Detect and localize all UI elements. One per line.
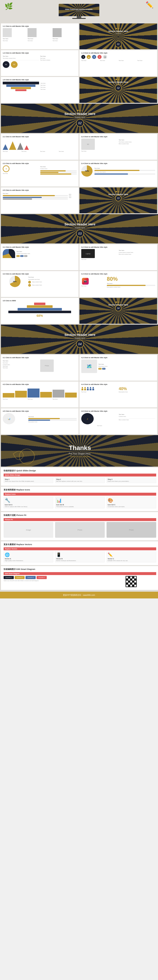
instagram-icon: 📷 [82, 278, 89, 285]
section-04-header: Section Header Here [64, 333, 95, 337]
slide-1-2: Section Header Here Text here 01 [79, 24, 157, 49]
icons-item-3: 🎨 Icon Set C Customize colors and styles… [106, 496, 156, 508]
slide-4-1: 4.1 Click to edit Master title style Tex… [1, 355, 79, 381]
picture-placeholder-1: Image [3, 522, 53, 538]
slide-row-33: 3.3 Click to edit Master title style 68%… [1, 271, 157, 297]
slide-row-25: 2.5 Click to edit Master title style Tex… [1, 188, 157, 213]
slide-4-4: 4.4 Click to edit Master title style Tex… [79, 382, 157, 407]
picture-fit-instruction: 快速图片适配 Picture Fit Picture Fit Image Pho… [1, 512, 158, 540]
thanks-tagline: Thanks for your attention [69, 456, 91, 458]
slide-row-35: 3.5 Click to 6690 68% Section Header H [1, 298, 157, 324]
slide-4-3: 4.3 Click to edit Master title style Tex… [1, 382, 79, 407]
picture-placeholder-2: Photo [55, 522, 105, 538]
slide-3-1: 3.1 Click to edit Master title style Tex… [1, 244, 79, 270]
slide-row-1: 1.1 Click to edit Master title style Tex… [1, 24, 157, 49]
thanks-title: Thanks [69, 444, 91, 452]
vectors-item-2: 📱 Vector B Device mockups and illustrati… [55, 551, 105, 562]
slide-2-2: 2.2 Click to edit Master title style 3D … [79, 134, 157, 160]
quick-slides-instruction: 快速排版设计 Quick Slides Design Quick Slides … [1, 468, 158, 486]
slide-row-31: 3.1 Click to edit Master title style Tex… [1, 244, 157, 270]
slides-container: 1.1 Click to edit Master title style Tex… [0, 22, 158, 592]
slide-2-3: 2.3 Click to edit Master title style ★ T… [1, 161, 79, 186]
slide-1-1: 1.1 Click to edit Master title style Tex… [1, 24, 79, 49]
thanks-content: Thanks Put Your Slogan Here. Thanks for … [69, 444, 91, 458]
slide-4-5: 4.5 Click to edit Master title style 📊 T… [1, 408, 79, 434]
slide-2-5: 2.5 Click to edit Master title style Tex… [1, 188, 79, 213]
section-03-full: Section Header Here Subtitle Here 03 [1, 214, 158, 243]
section-header-1: Section Header Here [81, 30, 155, 32]
smart-diagram-demo: SmartArt 1 SmartArt 2 SmartArt 3 SmartAr… [3, 576, 104, 587]
qr-code-area [106, 576, 156, 587]
thanks-slogan: Put Your Slogan Here. [69, 452, 91, 455]
cover-area: iSlide PowerPoint standard template. Sub… [0, 0, 158, 22]
section-04-full: Section Header Here Subtitle Here 04 [1, 325, 158, 354]
monitor-illustration: iSlide PowerPoint standard template. Sub… [59, 4, 99, 19]
slide-2-1: 2.1 Click to edit Master title style Tex… [1, 134, 79, 160]
slide-2-6: Section Header Here Text here 03 [79, 188, 157, 213]
slide-1-5: 1.5 Click to edit Master title style Tex… [1, 77, 79, 103]
slide-3-5: 3.5 Click to 6690 68% [1, 298, 79, 324]
slide-row-2: 1.3 Click to edit Master title style Tex… [1, 50, 157, 76]
slide-3-2: 3.2 Click to edit Master title style Lap… [79, 244, 157, 270]
slide-3-6: Section Header Here Text here 04 [79, 298, 157, 324]
slide-3-4: 3.4 Click to edit Master title style 📷 T… [79, 271, 157, 297]
replace-icons-instruction: 更多精美图标 Replace Icons Replace Icons 🔧 Ico… [1, 487, 158, 511]
section-03-header: Section Header Here [64, 223, 95, 226]
instr-item-1: Step 1 Select your layout from the iSlid… [3, 477, 53, 483]
slide-1-3: 1.3 Click to edit Master title style Tex… [1, 50, 79, 76]
instr-item-3: Step 3 Export and share your presentatio… [106, 477, 156, 483]
smart-diagram-instruction: 快速编辑图示 Edit Smart Diagram Edit Smart Dia… [1, 566, 158, 590]
slide-2-4: 2.4 Click to edit Master title style 74%… [79, 161, 157, 186]
slide-row-45: 4.5 Click to edit Master title style 📊 T… [1, 408, 157, 434]
slide-1-4: 1.4 Click to edit Master title style ✈ ☁… [79, 50, 157, 76]
cover-subtitle: Subtitle Here [65, 10, 93, 11]
vectors-item-3: ✏️ Vector C Editable SVG vectors for any… [106, 551, 156, 562]
section-02-header: Section Header Here [64, 112, 95, 116]
section-02-full: Section Header Here Subtitle Here 02 [1, 104, 158, 133]
picture-placeholder-3: Photo [106, 522, 156, 538]
bottom-banner-text: 更多PPT資源请访问 - saas999.com [63, 594, 95, 597]
slide-1-6: Section Header Here Text here 02 [79, 77, 157, 103]
replace-vectors-instruction: 更多矢量素材 Replace Vectors Replace Vectors 🌐… [1, 541, 158, 565]
cover-title: iSlide PowerPoint standard template. [65, 8, 93, 10]
slide-3-3: 3.3 Click to edit Master title style 68%… [1, 271, 79, 297]
slide-row-41: 4.1 Click to edit Master title style Tex… [1, 355, 157, 381]
thanks-slide: Thanks Put Your Slogan Here. Thanks for … [1, 435, 158, 466]
slide-row-3: 1.5 Click to edit Master title style Tex… [1, 77, 157, 103]
vectors-item-1: 🌐 Vector A High-quality vector illustrat… [3, 551, 53, 562]
bottom-banner[interactable]: 更多PPT資源请访问 - saas999.com [0, 592, 158, 598]
slide-row-21: 2.1 Click to edit Master title style Tex… [1, 134, 157, 160]
icons-item-2: 📊 Icon Set B Thousands of icons availabl… [55, 496, 105, 508]
slide-4-2: 4.2 Click to edit Master title style 🗺️ … [79, 355, 157, 381]
slide-row-43: 4.3 Click to edit Master title style Tex… [1, 382, 157, 407]
icons-item-1: 🔧 Icon Set A Click to replace with iSlid… [3, 496, 53, 508]
slide-4-6: 4.6 Click to edit Master title style ♪ T… [79, 408, 157, 434]
slide-row-23: 2.3 Click to edit Master title style ★ T… [1, 161, 157, 186]
instr-item-2: Step 2 Edit and replace content with you… [55, 477, 105, 483]
